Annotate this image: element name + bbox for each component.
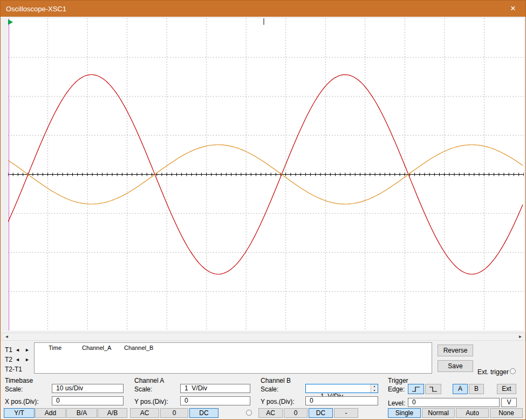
channel-a-scale-input[interactable]: 1 V/Div (180, 384, 250, 393)
channel-b-scale-label: Scale: (261, 385, 278, 393)
trigger-group-label: Trigger (388, 377, 408, 384)
trigger-single-button[interactable]: Single (388, 408, 421, 418)
channel-b-group-label: Channel B (261, 377, 291, 384)
cursor-readout-panel: T1 ◄ ► T2 ◄ ► T2-T1 Time Channel_A Chann… (1, 341, 526, 376)
timebase-group-label: Timebase (5, 377, 33, 384)
window-title: Oscilloscope-XSC1 (6, 5, 66, 13)
channel-a-indicator (246, 410, 252, 416)
waveform-plot (8, 18, 524, 331)
add-mode-button[interactable]: Add (35, 408, 66, 418)
yt-mode-button[interactable]: Y/T (4, 408, 35, 418)
t2-label: T2 (5, 356, 12, 363)
channel-a-ypos-label: Y pos.(Div): (134, 398, 168, 405)
readout-col-channel-a: Channel_A (82, 345, 111, 351)
scope-display[interactable] (8, 18, 524, 331)
t2t1-label: T2-T1 (5, 366, 22, 373)
oscilloscope-window: Oscilloscope-XSC1 ✕ ◄ ► T1 ◄ ► T2 ◄ ► T2… (0, 0, 526, 420)
t2-step-right-button[interactable]: ► (25, 356, 30, 363)
title-bar[interactable]: Oscilloscope-XSC1 ✕ (1, 1, 525, 17)
timebase-scale-input[interactable]: 10 us/Div (52, 384, 124, 393)
control-panel: Timebase Scale: 10 us/Div X pos.(Div): 0… (1, 376, 526, 420)
rising-edge-button[interactable] (408, 384, 424, 394)
trigger-source-b-button[interactable]: B (469, 384, 484, 394)
t1-label: T1 (5, 346, 12, 354)
channel-a-ground-button[interactable]: 0 (160, 408, 188, 418)
readout-col-time: Time (49, 345, 62, 351)
timebase-scale-label: Scale: (5, 385, 23, 393)
trigger-auto-button[interactable]: Auto (456, 408, 489, 418)
timebase-xpos-label: X pos.(Div): (5, 398, 39, 405)
trigger-source-ext-button[interactable]: Ext (497, 384, 516, 394)
channel-b-dc-button[interactable]: DC (309, 408, 333, 418)
ab-mode-button[interactable]: A/B (98, 408, 127, 418)
reverse-button[interactable]: Reverse (438, 345, 473, 356)
trigger-level-label: Level: (388, 400, 405, 407)
scroll-left-icon[interactable]: ◄ (3, 333, 11, 340)
scroll-right-icon[interactable]: ► (516, 333, 524, 340)
timebase-xpos-input[interactable]: 0 (52, 396, 124, 405)
ba-mode-button[interactable]: B/A (66, 408, 97, 418)
channel-b-ypos-label: Y pos.(Div): (261, 398, 294, 405)
readout-table: Time Channel_A Channel_B (34, 342, 432, 374)
channel-b-invert-button[interactable]: - (334, 408, 358, 418)
t1-step-left-button[interactable]: ◄ (15, 347, 20, 353)
trigger-level-input[interactable]: 0 (408, 398, 500, 407)
ext-trigger-label: Ext. trigger (477, 368, 509, 376)
falling-edge-icon (428, 386, 438, 393)
channel-b-ground-button[interactable]: 0 (284, 408, 308, 418)
spin-down-icon[interactable]: ▼ (371, 389, 378, 393)
channel-a-ypos-input[interactable]: 0 (180, 396, 250, 405)
falling-edge-button[interactable] (425, 384, 441, 394)
t2-step-left-button[interactable]: ◄ (15, 356, 20, 363)
trigger-normal-button[interactable]: Normal (422, 408, 455, 418)
channel-b-scale-spinner[interactable]: ▲ ▼ (371, 384, 378, 393)
channel-a-dc-button[interactable]: DC (189, 408, 218, 418)
trigger-source-a-button[interactable]: A (453, 384, 468, 394)
horizontal-scrollbar[interactable]: ◄ ► (2, 333, 525, 341)
trigger-none-button[interactable]: None (490, 408, 523, 418)
rising-edge-icon (411, 386, 421, 393)
t1-step-right-button[interactable]: ► (25, 347, 30, 353)
ext-trigger-indicator (510, 368, 516, 374)
trigger-level-unit-select[interactable]: V (501, 398, 517, 407)
channel-a-ac-button[interactable]: AC (130, 408, 159, 418)
readout-col-channel-b: Channel_B (124, 345, 153, 351)
channel-a-scale-label: Scale: (134, 385, 152, 393)
channel-b-scale-input[interactable]: 1 V/Div ▲ ▼ (305, 384, 378, 393)
channel-b-ac-button[interactable]: AC (258, 408, 283, 418)
channel-b-ypos-input[interactable]: 0 (305, 396, 378, 405)
spin-up-icon[interactable]: ▲ (371, 384, 378, 389)
save-button[interactable]: Save (438, 360, 473, 372)
trigger-edge-label: Edge: (388, 385, 405, 393)
channel-a-group-label: Channel A (134, 377, 164, 384)
close-button[interactable]: ✕ (501, 1, 525, 17)
